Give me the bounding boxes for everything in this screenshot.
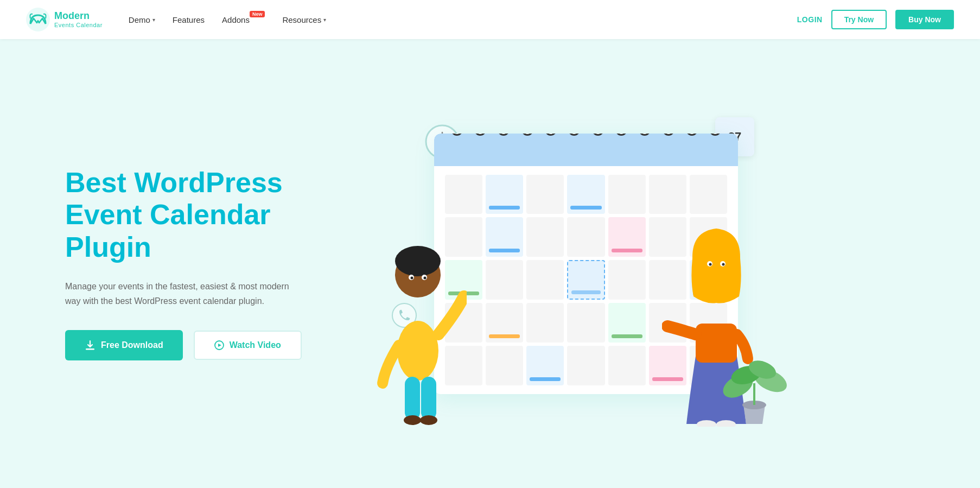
resources-chevron-icon: ▾ bbox=[323, 17, 326, 23]
svg-point-11 bbox=[395, 246, 441, 276]
cal-cell bbox=[526, 303, 564, 343]
demo-chevron-icon: ▾ bbox=[152, 17, 155, 23]
nav-addons[interactable]: Addons New bbox=[222, 15, 265, 24]
cal-cell bbox=[608, 346, 646, 385]
cal-cell bbox=[567, 346, 604, 385]
svg-rect-16 bbox=[405, 377, 420, 420]
cal-cell bbox=[486, 217, 523, 257]
ring bbox=[545, 134, 557, 136]
cal-cell bbox=[608, 303, 646, 343]
free-download-button[interactable]: Free Download bbox=[65, 330, 183, 360]
brand-sub: Events Calendar bbox=[54, 22, 103, 28]
cal-cell bbox=[526, 346, 564, 385]
hero-content: Best WordPress Event Calendar Plugin Man… bbox=[65, 167, 347, 361]
cal-cell bbox=[486, 260, 523, 300]
hero-description: Manage your events in the fastest, easie… bbox=[65, 279, 293, 308]
svg-point-9 bbox=[397, 321, 438, 381]
watch-video-button[interactable]: Watch Video bbox=[194, 331, 302, 360]
cal-cell bbox=[486, 303, 523, 343]
cal-cell bbox=[526, 175, 564, 214]
nav-resources[interactable]: Resources ▾ bbox=[282, 15, 326, 24]
ring bbox=[686, 134, 698, 136]
calendar-illustration: 27 bbox=[391, 112, 760, 427]
ring bbox=[592, 134, 604, 136]
cal-cell bbox=[608, 175, 646, 214]
ring bbox=[498, 134, 510, 136]
svg-point-18 bbox=[404, 415, 421, 425]
brand-name: Modern bbox=[54, 11, 103, 22]
svg-point-0 bbox=[26, 8, 50, 31]
play-icon bbox=[214, 340, 224, 350]
nav-demo[interactable]: Demo ▾ bbox=[129, 15, 155, 24]
svg-point-15 bbox=[424, 276, 427, 279]
hero-illustration: 27 bbox=[347, 101, 937, 427]
cal-cell-selected bbox=[567, 260, 604, 300]
download-icon bbox=[85, 340, 96, 351]
cal-cell bbox=[567, 175, 604, 214]
login-link[interactable]: LOGIN bbox=[797, 15, 823, 24]
nav-features[interactable]: Features bbox=[173, 15, 205, 24]
logo[interactable]: Modern Events Calendar bbox=[26, 8, 103, 31]
calendar-header bbox=[434, 134, 738, 166]
logo-text: Modern Events Calendar bbox=[54, 11, 103, 28]
cal-cell bbox=[526, 217, 564, 257]
ring bbox=[615, 134, 627, 136]
svg-rect-1 bbox=[86, 348, 94, 350]
ring bbox=[639, 134, 651, 136]
ring bbox=[709, 134, 721, 136]
hero-section: Best WordPress Event Calendar Plugin Man… bbox=[0, 39, 980, 488]
ring bbox=[474, 134, 486, 136]
person-left-illustration bbox=[369, 210, 467, 427]
hero-buttons: Free Download Watch Video bbox=[65, 330, 347, 360]
new-badge: New bbox=[250, 11, 265, 17]
logo-svg bbox=[26, 8, 50, 31]
ring bbox=[663, 134, 674, 136]
nav-links: Demo ▾ Features Addons New Resources ▾ bbox=[129, 15, 797, 24]
hero-title: Best WordPress Event Calendar Plugin bbox=[65, 167, 347, 264]
cal-cell bbox=[526, 260, 564, 300]
nav-right: LOGIN Try Now Buy Now bbox=[797, 10, 954, 29]
ring bbox=[568, 134, 580, 136]
ring bbox=[521, 134, 533, 136]
cal-cell bbox=[608, 260, 646, 300]
svg-rect-17 bbox=[421, 377, 436, 420]
cal-cell bbox=[486, 346, 523, 385]
svg-point-24 bbox=[709, 263, 712, 265]
svg-point-25 bbox=[722, 263, 725, 265]
svg-point-14 bbox=[411, 276, 413, 279]
cal-cell bbox=[608, 217, 646, 257]
cal-cell bbox=[567, 303, 604, 343]
plant-icon bbox=[716, 351, 792, 427]
cal-cell bbox=[486, 175, 523, 214]
navbar: Modern Events Calendar Demo ▾ Features A… bbox=[0, 0, 980, 39]
try-now-button[interactable]: Try Now bbox=[831, 10, 887, 29]
ring bbox=[451, 134, 463, 136]
cal-cell bbox=[445, 175, 482, 214]
svg-point-19 bbox=[420, 415, 437, 425]
calendar-rings bbox=[434, 134, 738, 136]
buy-now-button[interactable]: Buy Now bbox=[895, 10, 954, 29]
cal-cell bbox=[567, 217, 604, 257]
